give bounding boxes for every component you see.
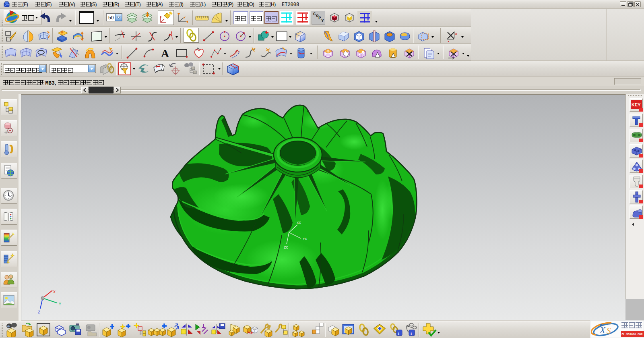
svg-text:S: S bbox=[607, 326, 611, 336]
svg-text:XC: XC bbox=[297, 221, 301, 225]
svg-text:i: i bbox=[411, 331, 412, 336]
svg-text:X: X bbox=[53, 290, 56, 294]
svg-text:i: i bbox=[398, 331, 399, 336]
svg-text:YC: YC bbox=[303, 237, 307, 241]
svg-text:Y: Y bbox=[59, 302, 61, 307]
svg-text:Z: Z bbox=[38, 310, 40, 315]
svg-text:A: A bbox=[161, 47, 169, 60]
svg-text:x: x bbox=[455, 32, 457, 35]
svg-text:ZC: ZC bbox=[284, 246, 288, 250]
svg-text:KEY: KEY bbox=[632, 102, 641, 107]
svg-text:X: X bbox=[599, 325, 606, 335]
svg-text:x: x bbox=[448, 39, 450, 43]
